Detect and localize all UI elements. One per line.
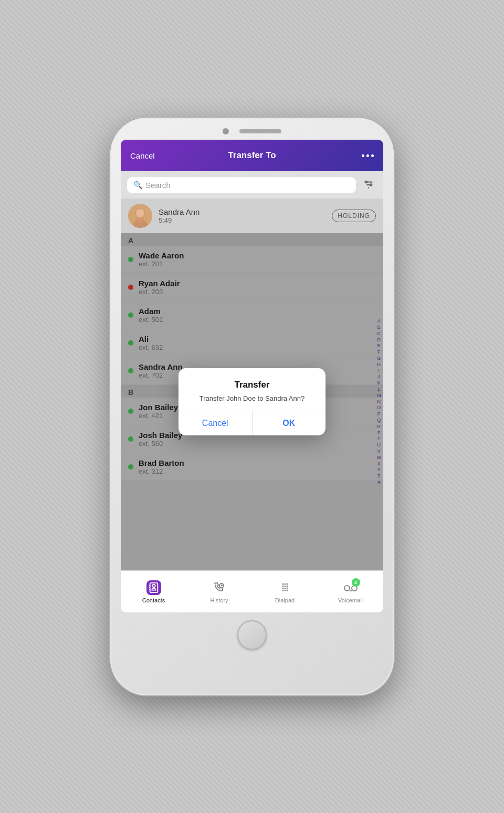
- svg-point-18: [286, 585, 288, 587]
- svg-point-17: [284, 585, 286, 587]
- svg-point-8: [136, 209, 144, 217]
- home-button[interactable]: [237, 620, 267, 650]
- tab-history-label: History: [210, 597, 228, 603]
- dialog-content: Transfer Transfer John Doe to Sandra Ann…: [178, 368, 326, 411]
- svg-point-13: [282, 583, 284, 585]
- contact-list-area: A Wade Aaron ext. 201 Ryan Adair ext. 20…: [121, 233, 383, 570]
- svg-point-23: [284, 589, 286, 591]
- dot2: [366, 154, 369, 157]
- phone-device: Cancel Transfer To 🔍 Search: [110, 118, 394, 695]
- phone-screen: Cancel Transfer To 🔍 Search: [121, 140, 383, 612]
- dialog-ok-button[interactable]: OK: [253, 411, 326, 435]
- svg-point-14: [284, 583, 286, 585]
- dot3: [371, 154, 374, 157]
- holding-contact-name: Sandra Ann: [159, 207, 326, 216]
- phone-bottom: [121, 612, 383, 654]
- voicemail-icon: 2: [343, 580, 358, 595]
- contacts-icon: [146, 580, 161, 595]
- dot1: [362, 154, 364, 157]
- history-icon: [212, 580, 227, 595]
- filter-icon[interactable]: [360, 176, 377, 193]
- tab-contacts[interactable]: Contacts: [121, 580, 186, 603]
- svg-point-25: [344, 586, 350, 591]
- svg-point-4: [370, 184, 372, 186]
- holding-contact-time: 5:49: [159, 216, 326, 224]
- tab-dialpad[interactable]: Dialpad: [252, 580, 318, 603]
- search-icon: 🔍: [133, 181, 142, 189]
- dialog-cancel-button[interactable]: Cancel: [178, 411, 253, 435]
- app-header: Cancel Transfer To: [121, 140, 383, 171]
- tab-voicemail-label: Voicemail: [338, 597, 363, 603]
- dialog-overlay: Transfer Transfer John Doe to Sandra Ann…: [121, 233, 383, 570]
- front-camera: [223, 128, 229, 134]
- search-placeholder: Search: [145, 181, 171, 190]
- tab-voicemail[interactable]: 2 Voicemail: [318, 580, 383, 603]
- svg-point-3: [365, 181, 368, 183]
- holding-contact-info: Sandra Ann 5:49: [159, 207, 326, 224]
- phone-top-bar: [121, 128, 383, 134]
- tab-bar: Contacts History: [121, 570, 383, 612]
- svg-point-19: [282, 587, 284, 589]
- voicemail-badge: 2: [352, 578, 360, 587]
- svg-point-24: [286, 589, 288, 591]
- tab-dialpad-label: Dialpad: [275, 597, 295, 603]
- dialpad-icon: [278, 580, 292, 595]
- svg-point-22: [282, 589, 284, 591]
- search-container: 🔍 Search: [121, 171, 383, 199]
- holding-badge: HOLDING: [332, 210, 376, 222]
- more-button[interactable]: [362, 154, 374, 157]
- transfer-dialog: Transfer Transfer John Doe to Sandra Ann…: [178, 368, 326, 435]
- dialog-message: Transfer John Doe to Sandra Ann?: [189, 394, 315, 402]
- search-input[interactable]: 🔍 Search: [127, 177, 356, 193]
- svg-point-21: [286, 587, 288, 589]
- tab-history[interactable]: History: [186, 580, 252, 603]
- page-title: Transfer To: [228, 150, 276, 161]
- avatar: [128, 204, 152, 228]
- svg-point-20: [284, 587, 286, 589]
- tab-contacts-label: Contacts: [142, 597, 165, 603]
- svg-point-15: [286, 583, 288, 585]
- cancel-button[interactable]: Cancel: [130, 151, 155, 160]
- dialog-buttons: Cancel OK: [178, 411, 326, 435]
- svg-point-16: [282, 585, 284, 587]
- earpiece-speaker: [239, 129, 281, 133]
- dialog-title: Transfer: [189, 380, 315, 390]
- holding-contact-bar: Sandra Ann 5:49 HOLDING: [121, 199, 383, 233]
